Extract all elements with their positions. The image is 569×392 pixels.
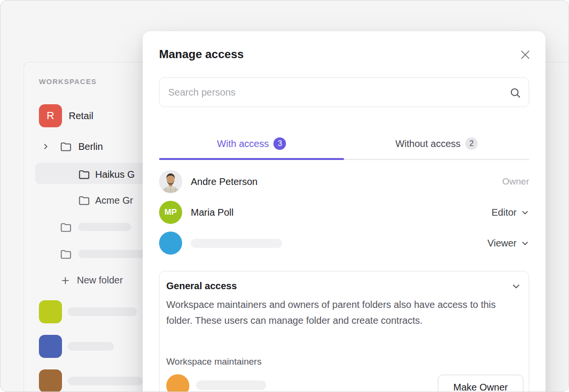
tab-without-access[interactable]: Without access 2 xyxy=(344,133,529,154)
member-name-placeholder xyxy=(191,239,282,248)
folder-icon xyxy=(60,248,72,260)
manage-access-dialog: Manage access With access 3 Without acce… xyxy=(143,31,545,392)
folder-icon xyxy=(60,140,72,153)
workspace-icon-retail[interactable]: R xyxy=(39,104,62,127)
maintainer-name-placeholder xyxy=(196,380,266,390)
workspace-maintainers-label: Workspace maintainers xyxy=(166,356,261,367)
workspace-initial: R xyxy=(47,110,54,122)
sidebar-folder-placeholder[interactable] xyxy=(78,223,131,231)
member-row: Viewer xyxy=(159,228,529,258)
sidebar-item-haikus-highlight[interactable] xyxy=(35,163,154,184)
tab-count-badge: 3 xyxy=(273,137,286,150)
access-tabs: With access 3 Without access 2 xyxy=(159,133,529,154)
avatar-placeholder xyxy=(159,232,182,255)
sidebar-item-retail[interactable]: Retail xyxy=(69,110,93,122)
avatar-andre-peterson xyxy=(159,170,182,193)
tab-label: Without access xyxy=(396,138,461,149)
general-access-description: Workspace maintainers and owners of pare… xyxy=(166,297,512,328)
workspace-icon-placeholder[interactable] xyxy=(39,335,62,358)
avatar-maintainer xyxy=(166,374,189,392)
tab-with-access[interactable]: With access 3 xyxy=(159,133,344,154)
dialog-title: Manage access xyxy=(159,48,244,61)
active-tab-indicator xyxy=(159,158,344,160)
make-owner-button[interactable]: Make Owner xyxy=(438,375,523,392)
chevron-right-icon[interactable] xyxy=(42,143,49,150)
role-dropdown-viewer[interactable]: Viewer xyxy=(487,238,529,249)
sidebar-item-haikus[interactable]: Haikus G xyxy=(95,169,135,180)
sidebar-item-acme[interactable]: Acme Gr xyxy=(95,195,133,206)
role-label: Viewer xyxy=(487,238,517,249)
workspaces-section-label: WORKSPACES xyxy=(39,77,97,86)
folder-icon xyxy=(78,168,90,181)
members-list: Andre Peterson Owner MP Maria Poll Edito… xyxy=(159,166,529,258)
workspace-name-placeholder xyxy=(68,307,137,316)
close-icon[interactable] xyxy=(519,49,532,61)
workspace-name-placeholder xyxy=(68,342,114,351)
chevron-down-icon xyxy=(521,208,529,217)
general-access-title: General access xyxy=(166,281,237,292)
general-access-card: General access Workspace maintainers and… xyxy=(159,271,529,392)
workspace-name-placeholder xyxy=(68,377,143,385)
plus-icon[interactable] xyxy=(61,276,70,285)
member-row: Andre Peterson Owner xyxy=(159,166,529,197)
chevron-down-icon xyxy=(521,239,529,247)
member-row: MP Maria Poll Editor xyxy=(159,197,529,228)
member-name: Maria Poll xyxy=(191,207,234,218)
sidebar-folder-placeholder[interactable] xyxy=(78,250,149,258)
search-icon xyxy=(509,86,521,99)
avatar-maria-poll: MP xyxy=(159,201,182,224)
role-dropdown-editor[interactable]: Editor xyxy=(492,207,529,218)
search-input[interactable] xyxy=(159,77,529,107)
app-window: WORKSPACES R Retail Berlin Haikus G Acme… xyxy=(0,0,569,392)
new-folder-button[interactable]: New folder xyxy=(77,275,123,286)
workspace-icon-placeholder[interactable] xyxy=(39,369,62,392)
member-name: Andre Peterson xyxy=(191,176,258,187)
avatar-initials: MP xyxy=(164,208,177,217)
tab-label: With access xyxy=(217,138,269,149)
member-role-owner: Owner xyxy=(502,176,529,187)
role-label: Editor xyxy=(492,207,517,218)
folder-icon xyxy=(78,194,90,207)
workspace-icon-placeholder[interactable] xyxy=(39,300,62,323)
folder-icon xyxy=(60,221,72,233)
tab-count-badge: 2 xyxy=(465,137,478,150)
chevron-down-icon[interactable] xyxy=(511,282,521,291)
sidebar-item-berlin[interactable]: Berlin xyxy=(78,141,103,152)
